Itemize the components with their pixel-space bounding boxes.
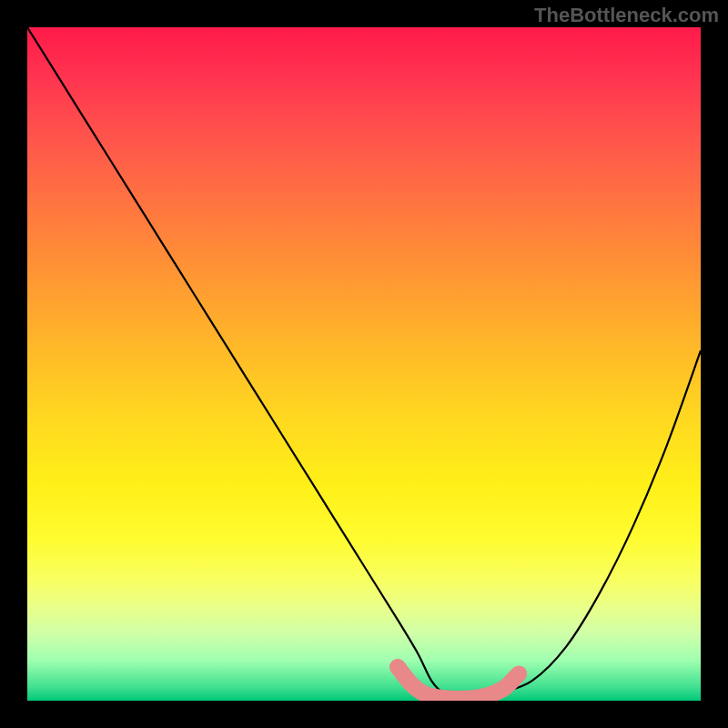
- watermark-text: TheBottleneck.com: [534, 4, 719, 27]
- chart-plot-area: [27, 27, 701, 701]
- bottleneck-curve-path: [27, 27, 701, 701]
- chart-curves-svg: [27, 27, 701, 701]
- optimal-zone-path: [398, 667, 519, 699]
